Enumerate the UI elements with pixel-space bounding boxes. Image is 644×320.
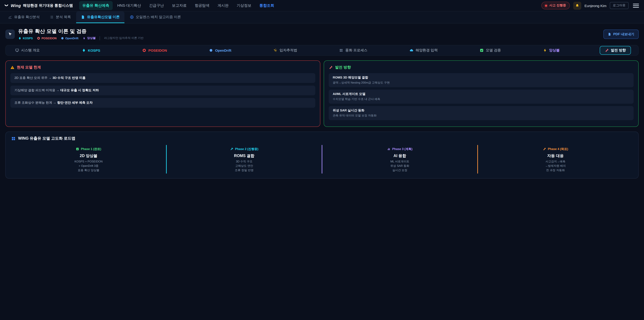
limitation-text: 2D 표층 확산 모의 위주 → bbox=[14, 76, 52, 80]
nav-item-weather-info[interactable]: 기상정보 bbox=[233, 1, 255, 10]
phase-detail: KOSPS + POSEIDON bbox=[14, 159, 163, 164]
tab-oil-fence-algorithm-theory[interactable]: 오일펜스 배치 알고리즘 이론 bbox=[125, 12, 186, 23]
phase-detail: 위성 SAR 동화 bbox=[325, 164, 474, 168]
list-icon bbox=[50, 15, 54, 19]
phase-detail: + OpenDrift 3종 bbox=[14, 164, 163, 168]
badge-opendrift: OpenDrift bbox=[60, 37, 78, 40]
nav-item-integrated-search[interactable]: 통합조회 bbox=[256, 1, 278, 10]
tab-label: 오일펜스 배치 알고리즘 이론 bbox=[136, 15, 181, 19]
future-item-desc: 광역→상세역 Nesting 200m급 고해상도 구현 bbox=[333, 81, 630, 85]
future-panel-header: 발전 방향 bbox=[329, 65, 634, 70]
tab-analysis-list[interactable]: 분석 목록 bbox=[45, 12, 76, 23]
incident-status-badge[interactable]: 사고 진행중 bbox=[542, 2, 570, 10]
nav-item-hns-air-dispersion[interactable]: HNS·대기확산 bbox=[114, 1, 144, 10]
bell-icon bbox=[575, 4, 579, 8]
brand[interactable]: Wing 해양환경 위기대응 통합시스템 bbox=[4, 3, 73, 8]
rocket-icon bbox=[329, 65, 333, 69]
cloud-icon bbox=[410, 48, 414, 52]
brand-wing-text: Wing bbox=[11, 3, 21, 8]
badge-kosps: KOSPS bbox=[18, 37, 33, 40]
dot-icon bbox=[209, 48, 213, 52]
section-nav-overview[interactable]: 시스템 개요 bbox=[13, 47, 42, 54]
phase-label: Phase 4 (목표) bbox=[543, 147, 568, 151]
phase-detail: 사고감지→예측 bbox=[481, 159, 630, 164]
future-item-desc: 관측 유막 데이터 모델 보정 자동화 bbox=[333, 114, 630, 118]
incident-dot-icon bbox=[545, 5, 547, 7]
rocket-icon bbox=[605, 48, 609, 52]
topnav-right: 사고 진행중 Eunjeong Kim 로그아웃 bbox=[542, 2, 640, 10]
section-nav-future-direction[interactable]: 발전 방향 bbox=[600, 46, 631, 55]
limitation-text: 조류 조화상수 분해능 한계 → bbox=[14, 101, 57, 104]
nav-item-board[interactable]: 게시판 bbox=[214, 1, 232, 10]
roadmap-phase-1: Phase 1 (완료) 2D 앙상블 KOSPS + POSEIDON + O… bbox=[11, 145, 166, 174]
tab-spill-analysis[interactable]: 유출유 확산분석 bbox=[3, 12, 44, 23]
phase-name: 2D 앙상블 bbox=[14, 153, 163, 158]
top-navbar: Wing 해양환경 위기대응 통합시스템 유출유 확산예측 HNS·대기확산 긴… bbox=[0, 0, 644, 12]
roadmap-phase-4: Phase 4 (목표) 자동 대응 사고감지→예측 →방제자원 배치 전 과정… bbox=[477, 145, 633, 174]
future-item: 위성 SAR 실시간 동화 관측 유막 데이터 모델 보정 자동화 bbox=[329, 106, 634, 120]
bar-chart-icon bbox=[387, 147, 390, 151]
nav-item-spill-forecast[interactable]: 유출유 확산예측 bbox=[79, 1, 112, 10]
panels-section: 현재 모델 한계 2D 표층 확산 모의 위주 → 3D 수직 구조 반영 미흡… bbox=[5, 60, 639, 127]
limitation-strong: 3D 수직 구조 반영 미흡 bbox=[52, 76, 86, 80]
phase-detail: ML 서로게이트 bbox=[325, 159, 474, 164]
particles-icon bbox=[274, 48, 278, 52]
system-title: 해양환경 위기대응 통합시스템 bbox=[23, 3, 73, 8]
dot-icon bbox=[60, 37, 64, 40]
page-header-text: 유출유 확산 모델 이론 및 검증 KOSPS POSEIDON OpenDri… bbox=[18, 28, 144, 40]
phase-label: Phase 1 (완료) bbox=[76, 147, 101, 151]
future-item-title: 위성 SAR 실시간 동화 bbox=[333, 108, 630, 113]
tab-label: 유출유확산모델 이론 bbox=[87, 15, 120, 19]
phase-name: ROMS 결합 bbox=[170, 153, 319, 158]
app-root: Wing 해양환경 위기대응 통합시스템 유출유 확산예측 HNS·대기확산 긴… bbox=[0, 0, 644, 320]
logout-button[interactable]: 로그아웃 bbox=[610, 2, 628, 9]
tab-label: 분석 목록 bbox=[56, 15, 71, 19]
incident-badge-label: 사고 진행중 bbox=[549, 3, 566, 8]
limitation-strong: 대규모 유출 시 정확도 저하 bbox=[60, 88, 99, 92]
phase-detail: 조류 정밀 반영 bbox=[170, 168, 319, 172]
nav-item-reports[interactable]: 보고자료 bbox=[168, 1, 190, 10]
user-name: Eunjeong Kim bbox=[584, 4, 606, 8]
page-header: 유출유 확산 모델 이론 및 검증 KOSPS POSEIDON OpenDri… bbox=[0, 24, 644, 40]
section-nav-validation[interactable]: 모델 검증 bbox=[478, 47, 503, 54]
warning-triangle-icon bbox=[10, 65, 14, 69]
section-nav-ensemble[interactable]: 앙상블 bbox=[541, 47, 562, 54]
main-nav: 유출유 확산예측 HNS·대기확산 긴급구난 보고자료 항공탐색 게시판 기상정… bbox=[79, 1, 278, 10]
nav-item-emergency-rescue[interactable]: 긴급구난 bbox=[146, 1, 167, 10]
phase-label: Phase 2 (진행중) bbox=[230, 147, 258, 151]
document-icon bbox=[81, 15, 85, 19]
section-nav-poseidon[interactable]: POSEIDON bbox=[140, 47, 169, 54]
hamburger-menu-icon[interactable] bbox=[632, 2, 640, 10]
phase-detail: 3D 수직 구조 bbox=[170, 159, 319, 164]
section-nav-particle-tracking[interactable]: 입자추적법 bbox=[272, 47, 299, 54]
section-nav-weathering[interactable]: 풍화 프로세스 bbox=[337, 47, 370, 54]
lightning-icon bbox=[82, 37, 86, 40]
nav-item-air-search[interactable]: 항공탐색 bbox=[191, 1, 213, 10]
pdf-document-icon bbox=[608, 33, 611, 36]
phase-name: 자동 대응 bbox=[481, 153, 630, 158]
header-note: 라그랑지안 입자추적 이론 기반 bbox=[100, 36, 144, 40]
section-nav-opendrift[interactable]: OpenDrift bbox=[207, 47, 234, 54]
tab-spill-model-theory[interactable]: 유출유확산모델 이론 bbox=[76, 12, 124, 23]
tab-bar: 유출유 확산분석 분석 목록 유출유확산모델 이론 오일펜스 배치 알고리즘 이… bbox=[0, 12, 644, 24]
pdf-export-button[interactable]: PDF 내보내기 bbox=[604, 30, 639, 39]
future-item-title: ROMS 3D 해양모델 결합 bbox=[333, 76, 630, 80]
phase-label: Phase 3 (계획) bbox=[387, 147, 412, 151]
roadmap-header: WING 유출유 모델 고도화 로드맵 bbox=[11, 136, 633, 141]
line-chart-icon bbox=[8, 15, 12, 19]
roadmap-phase-2: Phase 2 (진행중) ROMS 결합 3D 수직 구조 고해상도 연안 조… bbox=[166, 145, 322, 174]
limitation-text: 기상해양 결합 피드백 미적용 → bbox=[14, 88, 60, 92]
section-nav-kosps[interactable]: KOSPS bbox=[80, 47, 102, 54]
diamond-icon bbox=[82, 48, 86, 52]
notification-bell-button[interactable] bbox=[573, 2, 581, 10]
lightning-icon bbox=[543, 48, 547, 52]
circle-icon bbox=[142, 48, 146, 52]
monitor-icon bbox=[15, 48, 19, 52]
section-nav: 시스템 개요 KOSPS POSEIDON OpenDrift 입자추적법 풍화… bbox=[5, 45, 639, 56]
rocket-icon bbox=[543, 147, 546, 151]
roadmap-panel: WING 유출유 모델 고도화 로드맵 Phase 1 (완료) 2D 앙상블 … bbox=[5, 132, 639, 179]
limitation-item: 2D 표층 확산 모의 위주 → 3D 수직 구조 반영 미흡 bbox=[10, 73, 315, 83]
current-limitations-panel: 현재 모델 한계 2D 표층 확산 모의 위주 → 3D 수직 구조 반영 미흡… bbox=[5, 60, 320, 127]
badge-ensemble: 앙상블 bbox=[82, 36, 96, 40]
section-nav-ocean-input[interactable]: 해양환경 입력 bbox=[408, 47, 440, 54]
